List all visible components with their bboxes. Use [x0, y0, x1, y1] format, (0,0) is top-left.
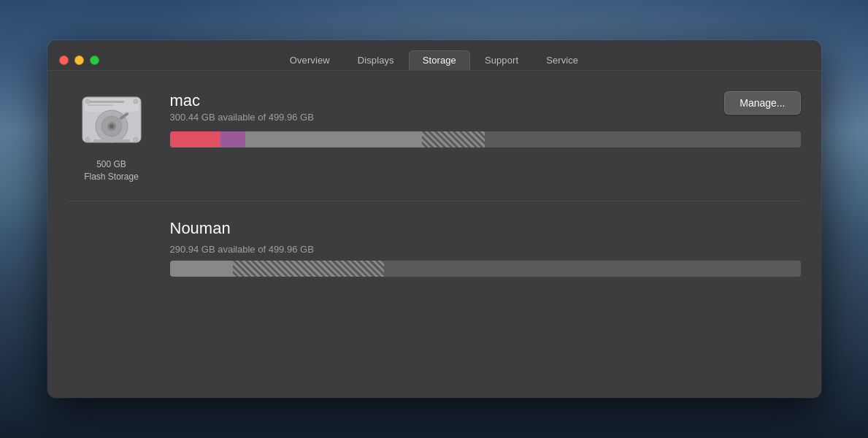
- storage-content: 500 GB Flash Storage mac 300.44 GB avail…: [47, 70, 821, 398]
- traffic-lights-area: [59, 55, 100, 65]
- tab-displays[interactable]: Displays: [345, 51, 407, 69]
- nouman-drive-available: 290.94 GB available of 499.96 GB: [170, 244, 801, 255]
- svg-rect-2: [88, 101, 124, 103]
- mac-drive-info: mac 300.44 GB available of 499.96 GB Man…: [170, 88, 801, 147]
- bar-grey-segment: [245, 131, 422, 147]
- svg-point-11: [134, 99, 138, 104]
- zoom-button[interactable]: [90, 55, 99, 65]
- mac-storage-bar: [170, 131, 801, 147]
- svg-point-7: [110, 124, 114, 128]
- svg-rect-3: [88, 104, 113, 106]
- bar-free-segment: [485, 131, 800, 147]
- mac-drive-available: 300.44 GB available of 499.96 GB: [170, 112, 314, 123]
- drive-header: mac 300.44 GB available of 499.96 GB Man…: [170, 91, 801, 123]
- titlebar: Overview Displays Storage Support Servic…: [47, 40, 821, 70]
- bar-hatched-segment: [422, 131, 485, 147]
- svg-rect-9: [93, 139, 130, 142]
- tab-support[interactable]: Support: [472, 51, 531, 69]
- drive-icon-area: 500 GB Flash Storage: [68, 88, 155, 183]
- manage-button[interactable]: Manage...: [724, 91, 800, 115]
- bar-other-segment: [220, 131, 246, 147]
- mac-drive-section: 500 GB Flash Storage mac 300.44 GB avail…: [68, 88, 801, 183]
- drive-name-group: mac 300.44 GB available of 499.96 GB: [170, 91, 314, 123]
- tab-storage[interactable]: Storage: [409, 50, 470, 70]
- bar-apps-segment: [170, 131, 220, 147]
- nouman-hatched-segment: [233, 261, 384, 277]
- section-divider: [68, 201, 801, 201]
- nouman-drive-name: Nouman: [170, 219, 801, 238]
- tab-overview[interactable]: Overview: [277, 51, 343, 69]
- mac-drive-name: mac: [170, 91, 314, 110]
- minimize-button[interactable]: [74, 55, 84, 65]
- nouman-storage-bar: [170, 261, 801, 277]
- hard-drive-icon: [79, 88, 145, 154]
- tab-bar: Overview Displays Storage Support Servic…: [106, 50, 763, 70]
- drive-capacity-label: 500 GB Flash Storage: [84, 158, 139, 183]
- svg-point-10: [85, 99, 90, 104]
- close-button[interactable]: [59, 55, 69, 65]
- nouman-free-segment: [384, 261, 800, 277]
- svg-point-12: [85, 137, 90, 142]
- nouman-grey-segment: [170, 261, 233, 277]
- svg-point-13: [134, 137, 138, 142]
- nouman-drive-section: Nouman 290.94 GB available of 499.96 GB: [170, 219, 801, 277]
- tab-service[interactable]: Service: [533, 51, 591, 69]
- about-this-mac-window: Overview Displays Storage Support Servic…: [47, 40, 821, 398]
